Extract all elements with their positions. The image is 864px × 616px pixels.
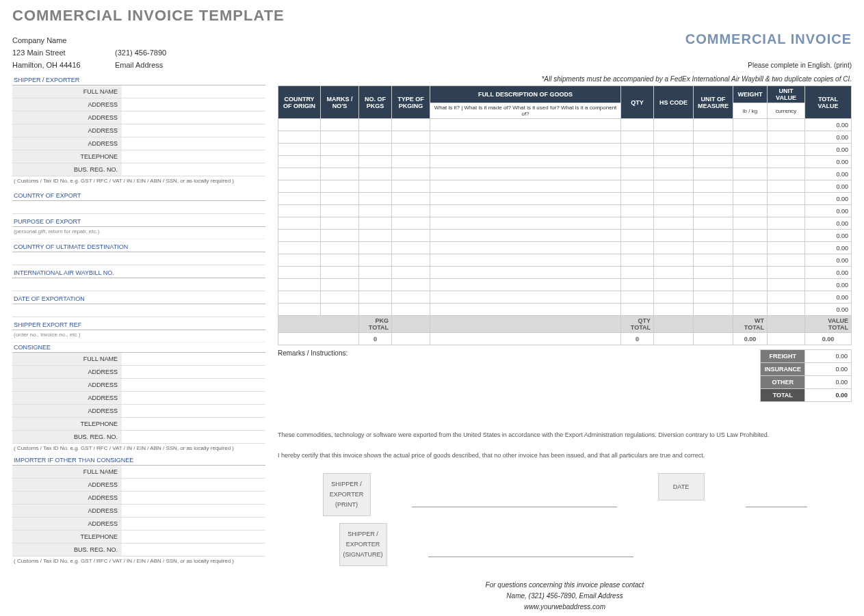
- table-cell[interactable]: [733, 267, 768, 279]
- table-cell[interactable]: [621, 304, 654, 316]
- table-cell[interactable]: [694, 254, 733, 267]
- table-cell[interactable]: [654, 193, 694, 205]
- table-cell[interactable]: [694, 156, 733, 168]
- table-cell[interactable]: [654, 205, 694, 217]
- table-cell[interactable]: 0.00: [805, 144, 852, 156]
- table-cell[interactable]: [278, 291, 321, 304]
- table-cell[interactable]: [359, 230, 392, 242]
- table-cell[interactable]: 0.00: [805, 205, 852, 217]
- table-cell[interactable]: [694, 180, 733, 193]
- table-cell[interactable]: [392, 144, 430, 156]
- table-cell[interactable]: [694, 144, 733, 156]
- table-cell[interactable]: [392, 193, 430, 205]
- table-cell[interactable]: [321, 279, 359, 291]
- table-cell[interactable]: [430, 156, 621, 168]
- table-cell[interactable]: [430, 242, 621, 254]
- table-cell[interactable]: [430, 230, 621, 242]
- table-cell[interactable]: [768, 279, 805, 291]
- table-cell[interactable]: [321, 267, 359, 279]
- table-cell[interactable]: [768, 304, 805, 316]
- table-cell[interactable]: [321, 193, 359, 205]
- table-cell[interactable]: [278, 131, 321, 144]
- table-cell[interactable]: [392, 205, 430, 217]
- table-cell[interactable]: [359, 180, 392, 193]
- table-cell[interactable]: [278, 217, 321, 230]
- table-cell[interactable]: 0.00: [805, 156, 852, 168]
- table-cell[interactable]: [430, 193, 621, 205]
- table-cell[interactable]: [768, 230, 805, 242]
- table-cell[interactable]: [768, 267, 805, 279]
- table-cell[interactable]: [321, 254, 359, 267]
- table-cell[interactable]: [321, 304, 359, 316]
- table-cell[interactable]: [694, 193, 733, 205]
- table-cell[interactable]: 0.00: [805, 131, 852, 144]
- table-cell[interactable]: [621, 168, 654, 180]
- table-cell[interactable]: [392, 156, 430, 168]
- table-cell[interactable]: [768, 131, 805, 144]
- table-cell[interactable]: [359, 217, 392, 230]
- table-cell[interactable]: [733, 205, 768, 217]
- table-cell[interactable]: [768, 254, 805, 267]
- table-cell[interactable]: [430, 291, 621, 304]
- table-cell[interactable]: [392, 131, 430, 144]
- table-cell[interactable]: [733, 180, 768, 193]
- table-cell[interactable]: [733, 144, 768, 156]
- table-cell[interactable]: [359, 168, 392, 180]
- table-cell[interactable]: [621, 144, 654, 156]
- table-cell[interactable]: [321, 131, 359, 144]
- table-cell[interactable]: [392, 217, 430, 230]
- table-cell[interactable]: [694, 279, 733, 291]
- table-cell[interactable]: [359, 205, 392, 217]
- table-cell[interactable]: [278, 254, 321, 267]
- table-cell[interactable]: [278, 156, 321, 168]
- table-cell[interactable]: 0.00: [805, 254, 852, 267]
- table-cell[interactable]: [654, 119, 694, 131]
- table-cell[interactable]: [392, 254, 430, 267]
- table-cell[interactable]: [621, 131, 654, 144]
- table-cell[interactable]: [621, 254, 654, 267]
- table-cell[interactable]: [694, 242, 733, 254]
- table-cell[interactable]: [654, 156, 694, 168]
- table-cell[interactable]: [733, 156, 768, 168]
- table-cell[interactable]: [278, 267, 321, 279]
- table-cell[interactable]: [768, 119, 805, 131]
- table-cell[interactable]: [654, 217, 694, 230]
- date-line[interactable]: [746, 473, 807, 507]
- table-cell[interactable]: 0.00: [805, 180, 852, 193]
- table-cell[interactable]: [321, 291, 359, 304]
- table-cell[interactable]: [621, 242, 654, 254]
- table-cell[interactable]: [768, 205, 805, 217]
- table-cell[interactable]: [392, 291, 430, 304]
- table-cell[interactable]: [621, 267, 654, 279]
- table-cell[interactable]: [733, 254, 768, 267]
- table-cell[interactable]: [768, 168, 805, 180]
- table-cell[interactable]: [733, 230, 768, 242]
- table-cell[interactable]: [733, 217, 768, 230]
- table-cell[interactable]: [621, 119, 654, 131]
- table-cell[interactable]: [768, 217, 805, 230]
- table-cell[interactable]: [654, 230, 694, 242]
- table-cell[interactable]: [278, 119, 321, 131]
- table-cell[interactable]: [694, 205, 733, 217]
- table-cell[interactable]: [321, 144, 359, 156]
- table-cell[interactable]: [321, 168, 359, 180]
- table-cell[interactable]: [654, 168, 694, 180]
- table-cell[interactable]: [768, 193, 805, 205]
- table-cell[interactable]: [733, 242, 768, 254]
- table-cell[interactable]: [654, 304, 694, 316]
- table-cell[interactable]: [392, 119, 430, 131]
- table-cell[interactable]: [278, 242, 321, 254]
- table-cell[interactable]: [621, 279, 654, 291]
- table-cell[interactable]: [621, 193, 654, 205]
- table-cell[interactable]: [392, 168, 430, 180]
- table-cell[interactable]: [654, 242, 694, 254]
- table-cell[interactable]: [654, 254, 694, 267]
- table-cell[interactable]: [392, 242, 430, 254]
- table-cell[interactable]: [278, 230, 321, 242]
- table-cell[interactable]: 0.00: [805, 291, 852, 304]
- table-cell[interactable]: [430, 267, 621, 279]
- table-cell[interactable]: [733, 131, 768, 144]
- table-cell[interactable]: [359, 131, 392, 144]
- table-cell[interactable]: [621, 180, 654, 193]
- table-cell[interactable]: 0.00: [805, 168, 852, 180]
